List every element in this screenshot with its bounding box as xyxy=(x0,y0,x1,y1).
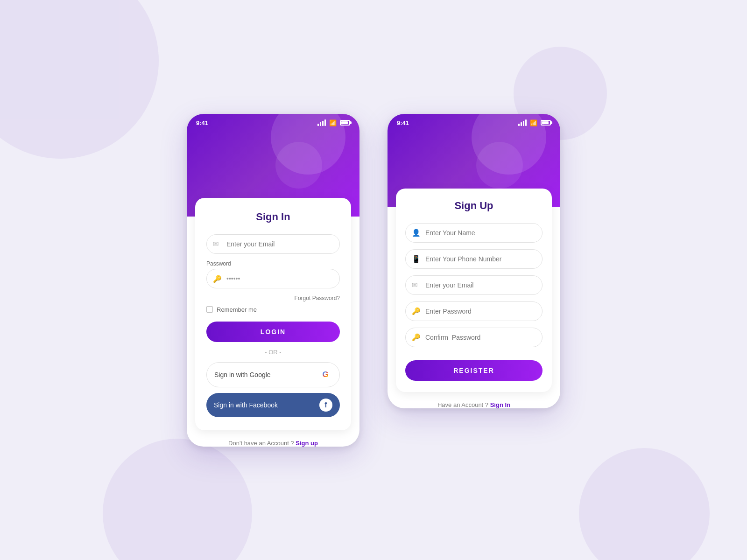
signup-card: Sign Up 👤 📱 ✉ 🔑 🔑 xyxy=(396,189,552,392)
remember-me-row: Remember me xyxy=(206,306,340,313)
signup-header-circle-2 xyxy=(476,142,523,189)
signup-signal-bar-2 xyxy=(521,122,522,126)
facebook-signin-button[interactable]: Sign in with Facebook f xyxy=(206,393,340,417)
phone-input-group: 📱 xyxy=(405,249,543,269)
screens-container: 9:41 📶 Sign In xyxy=(187,114,560,447)
phone-input[interactable] xyxy=(405,249,543,269)
password-icon: 🔑 xyxy=(213,275,222,283)
signal-bar-4 xyxy=(324,119,326,126)
email-icon: ✉ xyxy=(213,240,219,248)
signup-time: 9:41 xyxy=(397,119,409,126)
email-input[interactable] xyxy=(206,234,340,254)
signup-password-icon: 🔑 xyxy=(412,307,421,315)
signal-icon xyxy=(317,119,326,126)
signup-battery-icon xyxy=(541,120,551,126)
signup-wifi-icon: 📶 xyxy=(530,119,537,126)
email-input-group: ✉ xyxy=(206,234,340,254)
signal-bar-2 xyxy=(320,122,321,126)
bg-decoration-2 xyxy=(103,439,252,560)
header-circle-2 xyxy=(275,142,322,189)
signup-email-input-group: ✉ xyxy=(405,275,543,295)
password-label: Password xyxy=(206,260,340,267)
google-button-label: Sign in with Google xyxy=(214,371,271,378)
signin-bottom-text: Don't have an Account ? xyxy=(228,440,294,447)
signin-card: Sign In ✉ Password 🔑 Forgot Password? Re… xyxy=(195,198,351,430)
remember-label: Remember me xyxy=(217,306,257,313)
remember-checkbox[interactable] xyxy=(206,306,213,313)
battery-fill xyxy=(341,121,348,124)
signin-title: Sign In xyxy=(206,211,340,223)
signin-link[interactable]: Sign In xyxy=(490,401,510,408)
signin-status-icons: 📶 xyxy=(317,119,350,126)
facebook-button-label: Sign in with Facebook xyxy=(214,401,278,409)
signup-password-input[interactable] xyxy=(405,301,543,321)
signup-link[interactable]: Sign up xyxy=(296,440,318,447)
phone-icon: 📱 xyxy=(412,255,421,263)
register-button[interactable]: REGISTER xyxy=(405,360,543,381)
signup-bottom-link: Have an Account ? Sign In xyxy=(388,392,560,408)
google-icon: G xyxy=(319,368,332,381)
signup-signal-bar-4 xyxy=(525,119,527,126)
signup-email-icon: ✉ xyxy=(412,281,418,289)
signup-password-input-group: 🔑 xyxy=(405,301,543,321)
signal-bar-3 xyxy=(322,121,324,126)
user-icon: 👤 xyxy=(412,229,421,237)
signin-screen: 9:41 📶 Sign In xyxy=(187,114,359,447)
signup-email-input[interactable] xyxy=(405,275,543,295)
password-input[interactable] xyxy=(206,269,340,288)
google-signin-button[interactable]: Sign in with Google G xyxy=(206,362,340,387)
login-button[interactable]: LOGIN xyxy=(206,322,340,342)
signin-bottom-link: Don't have an Account ? Sign up xyxy=(187,430,359,447)
confirm-password-input-group: 🔑 xyxy=(405,328,543,347)
signup-signal-bar-3 xyxy=(523,121,524,126)
or-divider: - OR - xyxy=(206,349,340,356)
facebook-icon: f xyxy=(319,399,332,412)
signup-battery-fill xyxy=(542,121,549,124)
signup-bottom-text: Have an Account ? xyxy=(437,401,488,408)
confirm-password-icon: 🔑 xyxy=(412,333,421,342)
bg-decoration-3 xyxy=(579,448,710,560)
forgot-password-link[interactable]: Forgot Password? xyxy=(206,295,340,301)
confirm-password-input[interactable] xyxy=(405,328,543,347)
name-input-group: 👤 xyxy=(405,223,543,243)
signup-signal-bar-1 xyxy=(518,124,520,126)
signup-signal-icon xyxy=(518,119,527,126)
wifi-icon: 📶 xyxy=(329,119,337,126)
signup-screen: 9:41 📶 Sign Up xyxy=(388,114,560,408)
signal-bar-1 xyxy=(317,124,319,126)
signin-time: 9:41 xyxy=(196,119,208,126)
signup-status-bar: 9:41 📶 xyxy=(388,114,560,126)
signup-title: Sign Up xyxy=(405,200,543,212)
battery-icon xyxy=(340,120,350,126)
name-input[interactable] xyxy=(405,223,543,243)
signin-status-bar: 9:41 📶 xyxy=(187,114,359,126)
bg-decoration-1 xyxy=(0,0,159,159)
password-input-group: Password 🔑 xyxy=(206,260,340,288)
signup-status-icons: 📶 xyxy=(518,119,551,126)
